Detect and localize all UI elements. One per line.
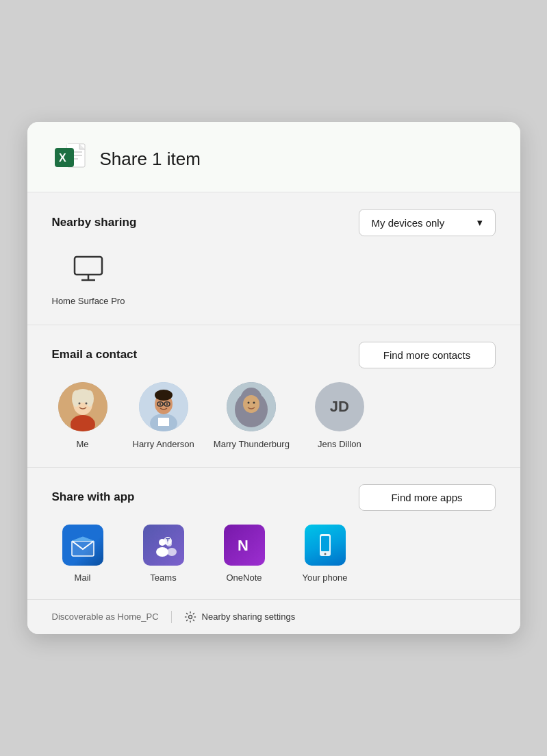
- app-mail[interactable]: Mail: [52, 525, 114, 583]
- contact-name-marry: Marry Thunderburg: [214, 438, 290, 451]
- nearby-sharing-title: Nearby sharing: [52, 216, 137, 229]
- svg-point-40: [166, 541, 172, 546]
- nearby-sharing-header: Nearby sharing My devices only ▾: [52, 209, 496, 236]
- app-onenote[interactable]: N OneNote: [214, 525, 275, 583]
- nearby-sharing-dropdown[interactable]: My devices only ▾: [359, 209, 496, 236]
- footer-divider: [171, 611, 172, 623]
- chevron-down-icon: ▾: [477, 216, 483, 229]
- email-contact-title: Email a contact: [52, 348, 138, 362]
- gear-icon: [184, 611, 196, 623]
- device-home-surface-pro[interactable]: Home Surface Pro: [52, 250, 125, 307]
- contact-jens-dillon[interactable]: JD Jens Dillon: [309, 382, 370, 451]
- contact-name-me: Me: [76, 438, 88, 451]
- app-label-onenote: OneNote: [226, 572, 262, 583]
- svg-point-46: [188, 615, 192, 618]
- contact-name-harry: Harry Anderson: [133, 438, 194, 451]
- svg-point-27: [166, 403, 167, 404]
- find-more-contacts-button[interactable]: Find more contacts: [359, 342, 496, 368]
- share-with-app-title: Share with app: [52, 490, 135, 504]
- contact-harry-anderson[interactable]: Harry Anderson: [133, 382, 194, 451]
- contact-avatar-marry: [227, 382, 276, 431]
- nearby-sharing-section: Nearby sharing My devices only ▾ Home Su…: [27, 192, 520, 325]
- svg-point-39: [156, 547, 168, 557]
- dialog-title: Share 1 item: [100, 149, 201, 170]
- nearby-sharing-settings-link[interactable]: Nearby sharing settings: [184, 611, 296, 623]
- contact-avatar-me: [58, 382, 107, 431]
- contact-marry-thunderburg[interactable]: Marry Thunderburg: [214, 382, 290, 451]
- svg-point-45: [324, 553, 326, 555]
- svg-text:N: N: [238, 537, 249, 554]
- svg-text:X: X: [59, 152, 66, 164]
- svg-point-17: [85, 402, 87, 404]
- svg-point-13: [72, 390, 80, 407]
- svg-point-33: [253, 401, 255, 403]
- svg-point-41: [167, 548, 177, 556]
- svg-point-14: [86, 390, 94, 407]
- device-label: Home Surface Pro: [52, 295, 125, 307]
- your-phone-icon: [305, 525, 346, 566]
- excel-document-icon: X: [52, 141, 88, 177]
- app-your-phone[interactable]: Your phone: [294, 525, 356, 583]
- svg-rect-44: [321, 536, 329, 551]
- onenote-icon: N: [224, 525, 265, 566]
- settings-label: Nearby sharing settings: [202, 612, 296, 622]
- svg-rect-7: [75, 257, 102, 275]
- contact-avatar-harry: [139, 382, 188, 431]
- contact-me[interactable]: Me: [52, 382, 114, 451]
- share-dialog: X Share 1 item Nearby sharing My devices…: [27, 122, 520, 633]
- contact-avatar-jens: JD: [315, 382, 364, 431]
- svg-point-38: [159, 539, 166, 546]
- dialog-footer: Discoverable as Home_PC Nearby sharing s…: [27, 600, 520, 634]
- contacts-row: Me: [52, 382, 496, 451]
- svg-point-32: [248, 401, 250, 403]
- svg-point-22: [155, 390, 173, 401]
- svg-rect-20: [158, 418, 169, 426]
- devices-row: Home Surface Pro: [52, 250, 496, 307]
- svg-point-26: [159, 403, 160, 404]
- mail-icon: [62, 525, 103, 566]
- find-more-apps-button[interactable]: Find more apps: [359, 484, 496, 511]
- app-label-mail: Mail: [75, 572, 91, 583]
- teams-icon: T: [143, 525, 184, 566]
- monitor-icon: [69, 250, 107, 288]
- app-teams[interactable]: T Teams: [133, 525, 194, 583]
- dialog-header: X Share 1 item: [27, 122, 520, 192]
- svg-point-31: [243, 395, 259, 413]
- app-label-teams: Teams: [150, 572, 176, 583]
- svg-point-16: [78, 402, 80, 404]
- app-label-your-phone: Your phone: [302, 572, 347, 583]
- contact-name-jens: Jens Dillon: [318, 438, 361, 451]
- apps-row: Mail T Teams: [52, 525, 496, 583]
- share-with-app-header: Share with app Find more apps: [52, 484, 496, 511]
- email-contact-section: Email a contact Find more contacts: [27, 325, 520, 468]
- discoverable-text: Discoverable as Home_PC: [52, 612, 159, 622]
- email-contact-header: Email a contact Find more contacts: [52, 342, 496, 368]
- share-with-app-section: Share with app Find more apps Mail: [27, 468, 520, 600]
